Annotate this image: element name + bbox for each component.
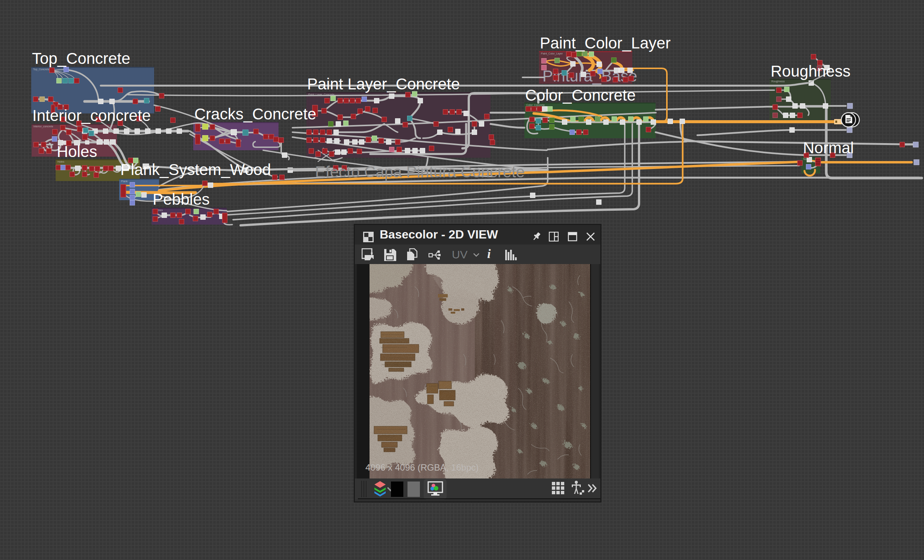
svg-text:Paint_Color_Layer: Paint_Color_Layer: [540, 34, 671, 52]
svg-text:Holes: Holes: [58, 160, 64, 163]
svg-text:Top_Concrete: Top_Concrete: [33, 68, 50, 71]
svg-text:Interior_concrete: Interior_concrete: [32, 107, 151, 124]
svg-text:Color_Concrete: Color_Concrete: [526, 104, 545, 107]
svg-text:Roughness: Roughness: [771, 80, 785, 83]
svg-text:Roughness: Roughness: [771, 62, 850, 80]
svg-text:Top_Concrete: Top_Concrete: [32, 50, 130, 67]
svg-text:Normal: Normal: [803, 139, 854, 157]
svg-text:Plank_System_Wood: Plank_System_Wood: [120, 161, 271, 178]
svg-text:Color_Concrete: Color_Concrete: [525, 86, 636, 104]
svg-text:Plank: Plank: [121, 180, 128, 183]
svg-text:Interior_concrete: Interior_concrete: [33, 125, 53, 128]
svg-text:Holes: Holes: [57, 143, 97, 160]
svg-text:Pebbles: Pebbles: [153, 190, 210, 208]
svg-text:Efecto Capa Pintura Concrete: Efecto Capa Pintura Concrete: [315, 163, 525, 181]
svg-text:Paint Layer_Concrete: Paint Layer_Concrete: [307, 75, 460, 93]
svg-text:Paint_Color_Layer: Paint_Color_Layer: [541, 52, 563, 55]
svg-text:Cracks_Concrete: Cracks_Concrete: [194, 105, 316, 123]
